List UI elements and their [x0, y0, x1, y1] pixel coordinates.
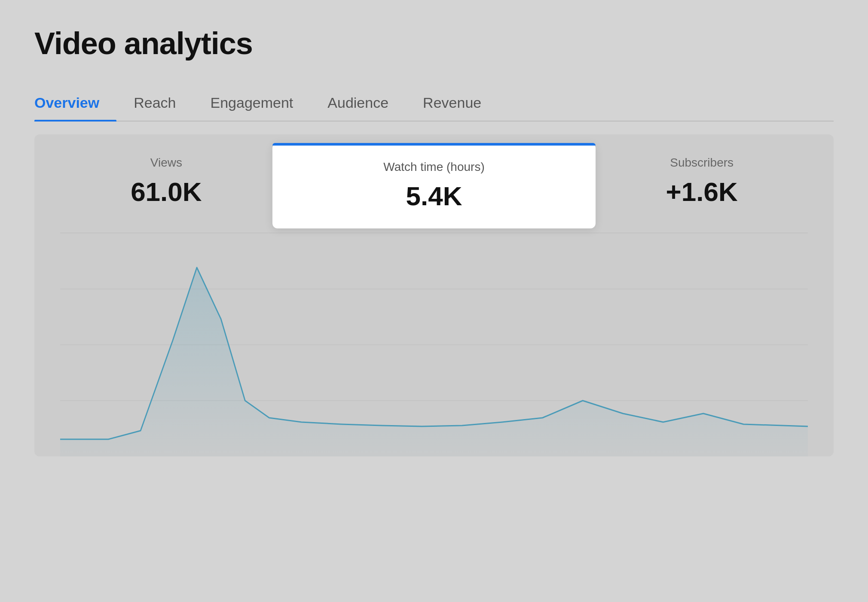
metrics-row: Views 61.0K Watch time (hours) 5.4K Subs… [60, 156, 808, 233]
tab-revenue[interactable]: Revenue [423, 87, 498, 121]
tab-audience[interactable]: Audience [327, 87, 406, 121]
page-container: Video analytics Overview Reach Engagemen… [0, 0, 868, 602]
subscribers-label: Subscribers [670, 156, 734, 170]
metric-card-subscribers: Subscribers +1.6K [596, 156, 808, 207]
subscribers-value: +1.6K [666, 176, 738, 207]
chart-area [60, 233, 808, 456]
metrics-section: Views 61.0K Watch time (hours) 5.4K Subs… [34, 134, 834, 456]
watch-time-value: 5.4K [406, 181, 462, 211]
metric-card-views: Views 61.0K [60, 156, 272, 207]
watch-time-label: Watch time (hours) [383, 160, 484, 174]
metric-card-watch-time: Watch time (hours) 5.4K [272, 143, 596, 228]
views-label: Views [150, 156, 182, 170]
tabs-container: Overview Reach Engagement Audience Reven… [34, 87, 834, 122]
page-title: Video analytics [34, 26, 834, 61]
tab-overview[interactable]: Overview [34, 87, 116, 121]
views-value: 61.0K [131, 176, 202, 207]
chart-svg [60, 233, 808, 456]
tab-reach[interactable]: Reach [134, 87, 193, 121]
tab-engagement[interactable]: Engagement [211, 87, 311, 121]
